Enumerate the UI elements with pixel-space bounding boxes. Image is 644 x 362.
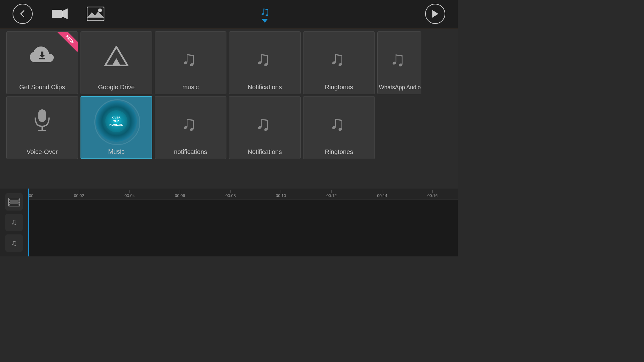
grid-item-whatsapp[interactable]: ♫ WhatsApp Audio <box>377 31 421 94</box>
grid-item-get-sound-clips[interactable]: NEW Get Sound Clips <box>6 31 78 94</box>
play-icon <box>432 10 439 18</box>
svg-text:♫: ♫ <box>181 47 197 68</box>
google-drive-icon <box>104 45 129 68</box>
notifications-folder-icon-1: ♫ <box>253 45 277 68</box>
audio-track-icon-button-2[interactable]: ♫ <box>5 234 23 252</box>
music-track-label: Music <box>81 145 152 158</box>
timeline-content[interactable] <box>28 200 458 256</box>
timeline-ruler: 00:0000:0200:0400:0600:0800:1000:1200:14… <box>28 189 458 200</box>
grid-item-notifications-1[interactable]: ♫ Notifications <box>229 31 301 94</box>
svg-marker-9 <box>112 58 121 65</box>
ruler-mark: 00:08 <box>225 190 236 198</box>
svg-rect-2 <box>87 7 104 21</box>
music-label: music <box>155 81 226 94</box>
microphone-icon <box>33 109 52 134</box>
ruler-marks-container: 00:0000:0200:0400:0600:0800:1000:1200:14… <box>28 189 458 200</box>
svg-marker-3 <box>87 12 104 18</box>
active-tab-indicator <box>262 19 268 23</box>
ruler-mark: 00:14 <box>377 190 387 198</box>
music-tab[interactable]: ♫ <box>260 5 270 23</box>
google-drive-icon-area <box>81 32 152 81</box>
grid-item-notifications-2[interactable]: ♫ notifications <box>155 96 226 159</box>
svg-rect-22 <box>8 199 10 200</box>
vinyl-center-label: OVERTHEHORIZON <box>105 110 127 132</box>
ruler-mark: 00:10 <box>276 190 286 198</box>
svg-text:♫: ♫ <box>255 112 271 133</box>
video-button[interactable] <box>52 8 68 20</box>
grid-item-notifications-3[interactable]: ♫ Notifications <box>229 96 301 159</box>
grid-item-voice-over[interactable]: Voice-Over <box>6 96 78 159</box>
notifications-folder-icon-3: ♫ <box>253 110 277 133</box>
svg-marker-5 <box>432 10 438 18</box>
audio-track-icon-button-1[interactable]: ♫ <box>5 214 23 231</box>
ringtones-icon-area-1: ♫ <box>303 32 375 81</box>
play-button[interactable] <box>425 4 445 24</box>
svg-point-4 <box>98 8 102 12</box>
notifications-icon-area-3: ♫ <box>229 96 300 146</box>
svg-marker-1 <box>62 8 68 19</box>
notifications-label-2: notifications <box>155 146 226 159</box>
whatsapp-label: WhatsApp Audio <box>378 82 421 94</box>
svg-text:♫: ♫ <box>330 112 345 133</box>
notifications-icon-area-1: ♫ <box>229 32 300 81</box>
grid-item-google-drive[interactable]: Google Drive <box>80 31 152 94</box>
notifications-icon-area-2: ♫ <box>155 96 226 146</box>
microphone-icon-area <box>7 96 78 146</box>
photo-button[interactable] <box>87 7 104 21</box>
vinyl-disc-area: OVERTHEHORIZON <box>81 97 152 145</box>
new-badge: NEW <box>56 32 78 54</box>
grid-item-ringtones-2[interactable]: ♫ Ringtones <box>303 96 375 159</box>
svg-rect-7 <box>39 58 45 59</box>
timeline: ♫ ♫ 00:0000:0200:0400:0600:0800:1000:120… <box>0 189 458 256</box>
get-sound-clips-label: Get Sound Clips <box>7 81 78 94</box>
ruler-mark: 00:06 <box>175 190 185 198</box>
audio-source-grid: NEW Get Sound Clips Google Drive <box>0 28 458 189</box>
notifications-label-3: Notifications <box>229 146 300 159</box>
timeline-sidebar: ♫ ♫ <box>0 189 28 256</box>
grid-row-1: NEW Get Sound Clips Google Drive <box>6 31 452 94</box>
svg-text:♫: ♫ <box>330 47 345 68</box>
filmstrip-icon-button[interactable] <box>5 193 23 211</box>
svg-rect-27 <box>19 204 20 206</box>
svg-rect-24 <box>8 204 10 206</box>
ringtones-folder-icon-1: ♫ <box>327 45 351 68</box>
music-note-icon-area: ♫ <box>155 32 226 81</box>
svg-rect-21 <box>10 200 19 204</box>
back-icon <box>18 9 27 18</box>
svg-text:♫: ♫ <box>255 47 271 68</box>
ruler-mark: 00:04 <box>125 190 135 198</box>
svg-rect-23 <box>8 202 10 203</box>
ringtones-icon-area-2: ♫ <box>303 96 375 146</box>
svg-rect-26 <box>19 202 20 203</box>
grid-item-music[interactable]: ♫ music <box>155 31 226 94</box>
ringtones-label-2: Ringtones <box>303 146 375 159</box>
timeline-main: 00:0000:0200:0400:0600:0800:1000:1200:14… <box>28 189 458 256</box>
ruler-mark: 00:02 <box>74 190 84 198</box>
ruler-mark: 00:12 <box>326 190 337 198</box>
grid-row-2: Voice-Over OVERTHEHORIZON Music ♫ notifi… <box>6 96 452 159</box>
cloud-download-icon <box>30 45 55 68</box>
music-note-sidebar-icon-2: ♫ <box>11 238 17 248</box>
ringtones-label-1: Ringtones <box>303 81 375 94</box>
ruler-mark: 00:16 <box>427 190 438 198</box>
voice-over-label: Voice-Over <box>7 146 78 159</box>
grid-item-ringtones-1[interactable]: ♫ Ringtones <box>303 31 375 94</box>
music-folder-icon: ♫ <box>179 45 203 68</box>
vinyl-disc: OVERTHEHORIZON <box>96 101 137 142</box>
svg-rect-25 <box>19 199 20 200</box>
filmstrip-icon <box>8 197 20 207</box>
notifications-label-1: Notifications <box>229 81 300 94</box>
toolbar: ♫ <box>0 0 458 28</box>
google-drive-label: Google Drive <box>81 81 152 94</box>
svg-rect-0 <box>52 10 62 18</box>
grid-item-music-track[interactable]: OVERTHEHORIZON Music <box>80 96 152 159</box>
svg-text:♫: ♫ <box>181 112 197 133</box>
photo-icon <box>87 7 104 21</box>
whatsapp-icon-area: ♫ <box>378 32 421 82</box>
video-camera-icon <box>52 8 68 20</box>
playhead[interactable] <box>28 189 29 256</box>
ringtones-folder-icon-2: ♫ <box>327 110 351 133</box>
whatsapp-folder-icon: ♫ <box>387 46 411 68</box>
back-button[interactable] <box>13 4 33 24</box>
svg-text:♫: ♫ <box>390 47 405 68</box>
